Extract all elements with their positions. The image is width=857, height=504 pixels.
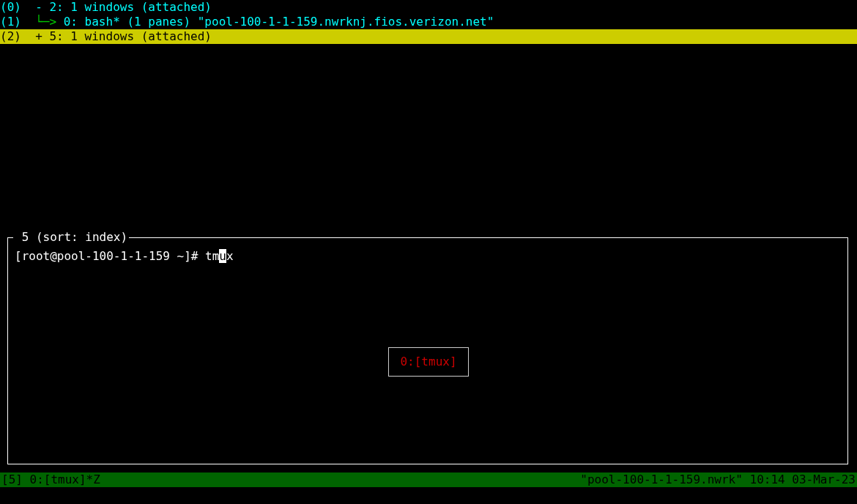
tree-line-session-5-selected[interactable]: (2) + 5: 1 windows (attached) <box>0 29 857 44</box>
tree-line-index: (1) <box>0 15 35 29</box>
tmux-status-bar: [5] 0:[tmux]*Z "pool-100-1-1-159.nwrk" 1… <box>0 472 857 487</box>
tree-branch-icon: └─> <box>35 15 64 29</box>
shell-prompt[interactable]: [root@pool-100-1-1-159 ~]# tmux <box>15 249 234 264</box>
preview-title: 5 (sort: index) <box>13 230 129 245</box>
prompt-text: [root@pool-100-1-1-159 ~]# <box>15 249 205 263</box>
typed-after: x <box>226 249 234 263</box>
tree-line-session-2[interactable]: (0) - 2: 1 windows (attached) <box>0 0 857 15</box>
preview-pane: 5 (sort: index) [root@pool-100-1-1-159 ~… <box>7 237 848 464</box>
cursor-icon: u <box>219 249 226 263</box>
typed-before: tm <box>205 249 219 263</box>
below-status-blank <box>0 487 857 504</box>
tree-line-body: 0: bash* (1 panes) "pool-100-1-1-159.nwr… <box>64 15 494 29</box>
status-left: [5] 0:[tmux]*Z <box>1 472 100 487</box>
tree-line-window-0[interactable]: (1) └─> 0: bash* (1 panes) "pool-100-1-1… <box>0 15 857 29</box>
preview-window-indicator: 0:[tmux] <box>388 347 469 377</box>
status-right: "pool-100-1-1-159.nwrk" 10:14 03-Mar-23 <box>580 472 856 487</box>
